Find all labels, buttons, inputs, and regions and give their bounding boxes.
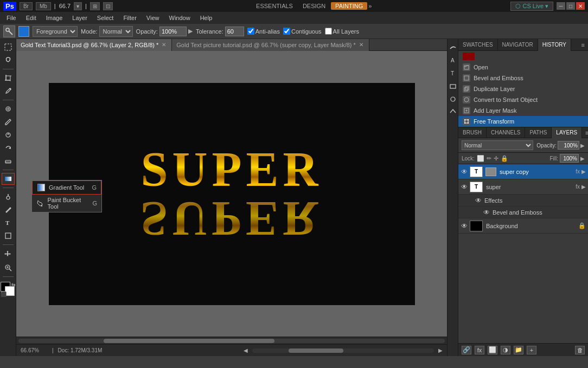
layer-tab-channels[interactable]: CHANNELS bbox=[487, 127, 525, 138]
antialias-checkbox[interactable] bbox=[247, 28, 254, 35]
history-smart[interactable]: Convert to Smart Object bbox=[458, 94, 588, 105]
eyedropper-tool[interactable] bbox=[2, 85, 15, 97]
foreground-color-swatch[interactable] bbox=[18, 26, 29, 37]
shape-tool[interactable] bbox=[2, 230, 15, 242]
gradient-tool-option[interactable]: Gradient Tool G bbox=[32, 180, 101, 195]
default-colors[interactable]: ⬛ bbox=[1, 292, 7, 297]
effects-vis-icon[interactable]: 👁 bbox=[475, 197, 482, 204]
layer-super-copy-fx[interactable]: fx bbox=[576, 169, 580, 175]
menu-edit[interactable]: Edit bbox=[22, 14, 41, 22]
selection-tool[interactable] bbox=[2, 41, 15, 53]
lock-all[interactable]: 🔒 bbox=[501, 155, 508, 162]
magic-wand-tool-icon[interactable] bbox=[3, 25, 15, 37]
doc-tab-1-close[interactable]: ✕ bbox=[358, 42, 365, 48]
hscroll-track[interactable] bbox=[18, 339, 445, 343]
layer-background[interactable]: 👁 Background 🔒 bbox=[458, 218, 588, 234]
new-fill-button[interactable]: ◑ bbox=[501, 346, 510, 354]
new-layer-button[interactable]: + bbox=[527, 346, 536, 354]
menu-filter[interactable]: Filter bbox=[119, 14, 140, 22]
contiguous-checkbox[interactable] bbox=[283, 28, 290, 35]
arrange-windows[interactable]: ⊡ bbox=[103, 2, 113, 10]
brush-tool[interactable] bbox=[2, 116, 15, 128]
layer-super-copy[interactable]: 👁 T super copy fx ▶ bbox=[458, 164, 588, 179]
doc-tab-0-close[interactable]: ✕ bbox=[161, 42, 167, 48]
canvas-hscroll[interactable] bbox=[16, 337, 447, 344]
layer-tab-brush[interactable]: BRUSH bbox=[458, 127, 487, 138]
zoom-tool[interactable] bbox=[2, 262, 15, 274]
move-tool[interactable] bbox=[2, 248, 15, 260]
history-duplicate[interactable]: Duplicate Layer bbox=[458, 83, 588, 94]
healing-brush-tool[interactable] bbox=[2, 103, 15, 115]
history-color-state[interactable] bbox=[458, 51, 588, 62]
layer-super-copy-arrow[interactable]: ▶ bbox=[581, 169, 586, 175]
close-button[interactable]: ✕ bbox=[576, 2, 585, 10]
layer-tab-layers[interactable]: LAYERS bbox=[552, 127, 582, 138]
zoom-dropdown[interactable]: ▾ bbox=[74, 2, 82, 10]
history-bevel[interactable]: Bevel and Emboss bbox=[458, 73, 588, 83]
history-open[interactable]: Open bbox=[458, 62, 588, 73]
menu-help[interactable]: Help bbox=[196, 14, 217, 22]
minimize-button[interactable]: ─ bbox=[557, 2, 565, 10]
fill-input[interactable] bbox=[560, 154, 579, 163]
tab-navigator[interactable]: NAVIGATOR bbox=[498, 39, 538, 51]
history-panel-more[interactable]: ≡ bbox=[578, 41, 588, 49]
workspace-essentials[interactable]: ESSENTIALS bbox=[252, 2, 297, 10]
menu-image[interactable]: Image bbox=[42, 14, 67, 22]
delete-layer-button[interactable]: 🗑 bbox=[575, 346, 585, 354]
history-brush-tool[interactable] bbox=[2, 142, 15, 154]
pen-tool[interactable] bbox=[2, 204, 15, 216]
workspace-design[interactable]: DESIGN bbox=[298, 2, 330, 10]
layer-super-visibility[interactable]: 👁 bbox=[461, 183, 468, 191]
right-tool-1[interactable] bbox=[446, 41, 459, 53]
opacity-ctrl-arrow[interactable]: ▶ bbox=[580, 143, 585, 149]
view-toggle[interactable]: ⊞ bbox=[90, 2, 100, 10]
lock-transparency[interactable]: ⬜ bbox=[477, 155, 484, 162]
blend-mode-dropdown[interactable]: Normal bbox=[462, 140, 533, 150]
layer-bg-visibility[interactable]: 👁 bbox=[461, 222, 468, 230]
right-tool-6[interactable] bbox=[446, 106, 459, 118]
lock-image[interactable]: ✏ bbox=[487, 155, 491, 162]
fill-arrow[interactable]: ▶ bbox=[580, 156, 585, 162]
menu-view[interactable]: View bbox=[142, 14, 164, 22]
menu-window[interactable]: Window bbox=[165, 14, 195, 22]
lasso-tool[interactable] bbox=[2, 54, 15, 66]
opacity-ctrl-input[interactable] bbox=[558, 141, 579, 150]
add-mask-button[interactable]: ⬜ bbox=[488, 346, 497, 354]
layer-super-copy-mask[interactable] bbox=[485, 167, 496, 176]
add-style-button[interactable]: fx bbox=[475, 346, 484, 354]
bevel-vis-icon[interactable]: 👁 bbox=[483, 209, 490, 216]
workspace-painting[interactable]: PAINTING bbox=[331, 2, 367, 10]
swap-colors[interactable]: ⇆ bbox=[11, 282, 16, 287]
layer-super-fx[interactable]: fx bbox=[576, 184, 580, 190]
menu-file[interactable]: File bbox=[2, 14, 21, 22]
right-tool-2[interactable]: A bbox=[446, 54, 459, 66]
opacity-input[interactable] bbox=[159, 27, 187, 36]
link-layers-button[interactable]: 🔗 bbox=[462, 346, 471, 354]
new-group-button[interactable]: 📁 bbox=[514, 346, 523, 354]
layer-tab-paths[interactable]: PATHS bbox=[525, 127, 552, 138]
status-nav-right[interactable]: ▶ bbox=[438, 347, 443, 353]
eraser-tool[interactable] bbox=[2, 155, 15, 167]
hscroll-thumb[interactable] bbox=[104, 339, 274, 343]
layer-effects-sub[interactable]: 👁 Effects bbox=[458, 195, 588, 206]
minibrige-button[interactable]: Mb bbox=[36, 2, 51, 10]
dodge-tool[interactable] bbox=[2, 191, 15, 203]
bridge-button[interactable]: Br bbox=[20, 2, 33, 10]
status-nav-left[interactable]: ◀ bbox=[244, 347, 248, 353]
text-tool[interactable]: T bbox=[2, 217, 15, 229]
layer-bevel-sub[interactable]: 👁 Bevel and Emboss bbox=[458, 206, 588, 218]
menu-select[interactable]: Select bbox=[93, 14, 118, 22]
layers-panel-more[interactable]: ≡ bbox=[582, 128, 588, 137]
doc-tab-0[interactable]: Gold Text Tutorial3.psd @ 66.7% (Layer 2… bbox=[16, 39, 172, 51]
opacity-arrow[interactable]: ▶ bbox=[188, 28, 193, 35]
tab-history[interactable]: HISTORY bbox=[538, 39, 571, 51]
history-addmask[interactable]: Add Layer Mask bbox=[458, 105, 588, 116]
hscroll-bar[interactable] bbox=[252, 348, 434, 353]
crop-tool[interactable] bbox=[2, 72, 15, 84]
tolerance-input[interactable] bbox=[225, 27, 244, 36]
menu-layer[interactable]: Layer bbox=[68, 14, 92, 22]
gradient-tool[interactable] bbox=[2, 173, 15, 185]
layer-super-fx-arrow[interactable]: ▶ bbox=[581, 184, 586, 190]
history-freetransform[interactable]: Free Transform bbox=[458, 116, 588, 127]
canvas[interactable]: SUPER SUPER bbox=[49, 83, 415, 305]
